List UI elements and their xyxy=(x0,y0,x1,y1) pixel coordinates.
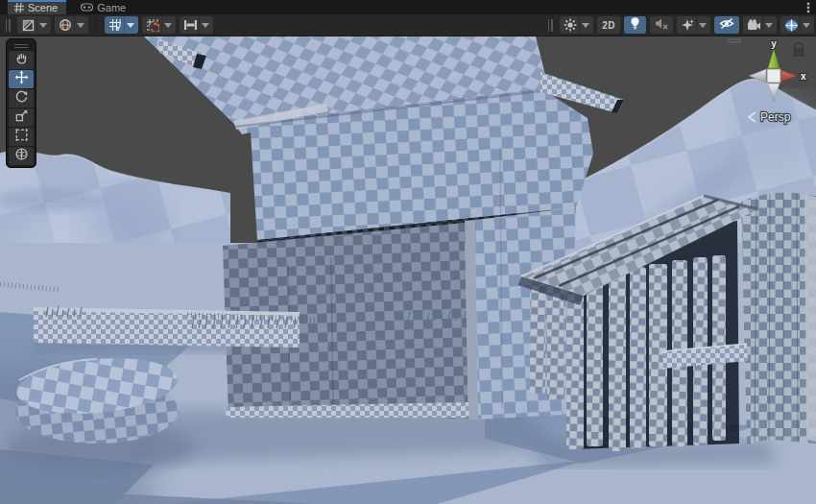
draw-mode-button[interactable] xyxy=(17,16,51,34)
audio-toggle-button[interactable] xyxy=(650,16,673,34)
grid-snap-icon xyxy=(144,16,161,34)
garden-wall[interactable] xyxy=(34,307,300,348)
grid-snapping-dropdown[interactable] xyxy=(199,16,211,34)
2d-toggle-button[interactable]: 2D xyxy=(597,16,620,34)
scale-tool-button[interactable] xyxy=(9,108,34,127)
tab-scene[interactable]: Scene xyxy=(8,0,66,14)
gizmo-sphere-icon xyxy=(782,16,800,34)
toolbar-drag-handle[interactable] xyxy=(6,19,11,32)
hand-icon xyxy=(14,51,29,69)
lighting-toggle-button[interactable] xyxy=(624,16,646,34)
toolbar-separator xyxy=(96,18,97,32)
scene-viewport[interactable]: y x Persp xyxy=(0,36,816,504)
move-icon xyxy=(14,70,29,88)
snap-increment-dropdown[interactable] xyxy=(161,16,174,34)
gizmos-menu-button[interactable] xyxy=(780,16,814,34)
tab-game-label: Game xyxy=(97,2,126,13)
2d-toggle-label: 2D xyxy=(602,20,615,31)
tab-bar: Scene Game xyxy=(0,0,816,14)
gizmos-menu-dropdown[interactable] xyxy=(800,16,812,34)
grid-axis-icon: Y xyxy=(107,16,124,34)
grid-visibility-button[interactable]: Y xyxy=(105,16,138,34)
scale-icon xyxy=(14,108,29,127)
transform-icon xyxy=(14,147,29,165)
camera-view-dropdown[interactable] xyxy=(74,16,86,34)
grid-snapping-button[interactable] xyxy=(180,16,213,34)
tab-scene-label: Scene xyxy=(28,2,58,13)
lightbulb-icon xyxy=(629,16,641,34)
gizmo-center-cube[interactable] xyxy=(767,69,780,83)
palette-drag-handle[interactable] xyxy=(7,41,36,50)
rect-icon xyxy=(14,128,29,146)
eye-slash-icon xyxy=(719,16,734,34)
move-tool-button[interactable] xyxy=(9,70,34,88)
fx-menu-button[interactable] xyxy=(677,16,710,34)
transform-tool-button[interactable] xyxy=(9,147,34,165)
camera-icon xyxy=(745,16,762,34)
effects-visibility-button[interactable] xyxy=(560,16,593,34)
snap-rails-icon xyxy=(181,16,199,34)
rotate-icon xyxy=(14,89,29,108)
scene-toolbar: Y xyxy=(0,14,816,36)
draw-mode-dropdown[interactable] xyxy=(36,16,49,34)
toolbar-drag-handle-right[interactable] xyxy=(548,19,553,32)
camera-view-button[interactable] xyxy=(55,16,88,34)
grid-visibility-dropdown[interactable] xyxy=(124,16,136,34)
gamepad-icon xyxy=(81,3,93,12)
fx-menu-dropdown[interactable] xyxy=(696,16,708,34)
kebab-menu-icon[interactable] xyxy=(801,0,816,14)
fx-star-icon xyxy=(679,16,696,34)
tab-game[interactable]: Game xyxy=(74,0,134,14)
shaded-mode-icon xyxy=(19,16,36,34)
grid-tab-icon xyxy=(14,3,24,12)
view-hand-tool-button[interactable] xyxy=(9,51,34,69)
unity-scene-view-window: Scene Game xyxy=(0,0,816,504)
snap-increment-button[interactable] xyxy=(142,16,176,34)
tool-palette xyxy=(6,38,36,168)
camera-sphere-icon xyxy=(57,16,74,34)
audio-muted-icon xyxy=(655,16,668,34)
camera-menu-dropdown[interactable] xyxy=(762,16,775,34)
sparkle-icon xyxy=(562,16,579,34)
svg-text:Y: Y xyxy=(115,24,120,32)
effects-visibility-dropdown[interactable] xyxy=(579,16,591,34)
rotate-tool-button[interactable] xyxy=(9,89,34,108)
camera-menu-button[interactable] xyxy=(743,16,777,34)
gizmo-y-label: y xyxy=(771,38,777,49)
gizmo-x-label: x xyxy=(801,71,806,82)
rect-tool-button[interactable] xyxy=(9,128,34,146)
hidden-objects-button[interactable] xyxy=(714,16,739,34)
projection-label: Persp xyxy=(760,110,791,124)
